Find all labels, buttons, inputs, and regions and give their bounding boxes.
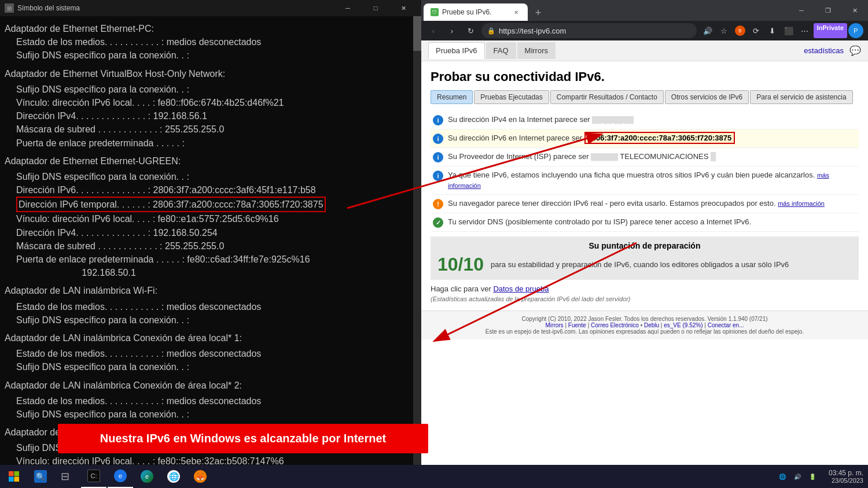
- browser-chrome: 🛡 Pruebe su IPv6. ✕ + ─ ❐ ✕ ‹ › ↻ 🔒 http…: [421, 0, 868, 40]
- browser-close-button[interactable]: ✕: [841, 0, 868, 21]
- downloads-button[interactable]: ⬇: [765, 23, 780, 38]
- subtab-servicios[interactable]: Otros servicios de IPv6: [665, 90, 749, 104]
- browser-minimize-button[interactable]: ─: [788, 0, 815, 21]
- footer-email[interactable]: Correo Electrónico: [591, 322, 639, 328]
- taskbar-cmd-item[interactable]: C:: [81, 465, 106, 488]
- footer-copyright: Copyright (C) 2010, 2022 Jason Fesler. T…: [431, 316, 859, 322]
- subtab-pruebas[interactable]: Pruebas Ejecutadas: [474, 90, 549, 104]
- estadisticas-link[interactable]: estadísticas: [804, 46, 844, 55]
- cmd-close-button[interactable]: ✕: [390, 0, 417, 16]
- sync-button[interactable]: ⟳: [749, 23, 764, 38]
- info-icon-sites: i: [433, 171, 443, 181]
- clock-date: 23/05/2023: [829, 477, 863, 484]
- refresh-button[interactable]: ↻: [463, 23, 478, 38]
- forward-button[interactable]: ›: [444, 23, 459, 38]
- taskbar-browser-item[interactable]: e: [108, 465, 133, 488]
- favorites-button[interactable]: ☆: [716, 23, 731, 38]
- datos-prueba-link[interactable]: Datos de prueba: [493, 284, 549, 293]
- info-text-sites: Ya que tiene IPv6, estamos incluyendo un…: [448, 170, 856, 191]
- taskbar-taskview[interactable]: ⊟: [54, 465, 80, 488]
- site-footer: Copyright (C) 2010, 2022 Jason Fesler. T…: [421, 310, 868, 339]
- taskbar-tray: 🌐 🔊 🔋: [775, 471, 824, 482]
- svg-rect-4: [14, 471, 20, 476]
- info-items: i Su dirección IPv4 en la Internet parec…: [431, 111, 859, 232]
- taskbar-clock[interactable]: 03:45 p. m. 23/05/2023: [824, 467, 868, 486]
- lock-icon: 🔒: [487, 27, 495, 35]
- taskbar-search[interactable]: 🔍: [28, 465, 53, 488]
- taskbar-firefox[interactable]: 🦊: [187, 465, 213, 488]
- ipv4-value: ██ ██ ██ ██: [592, 116, 634, 123]
- info-icon-isp: i: [433, 152, 443, 162]
- score-section: Su puntación de preparación 10/10 para s…: [431, 236, 859, 280]
- inprivate-badge: InPrivate: [814, 23, 847, 38]
- footer-links: Mirrors | Fuente | Correo Electrónico • …: [431, 322, 859, 328]
- website-content: Prueba IPv6 FAQ Mirrors estadísticas 💬 P…: [421, 40, 868, 465]
- footer-deblu[interactable]: Deblu: [644, 322, 659, 328]
- score-number: 10/10: [437, 254, 484, 275]
- address-bar[interactable]: 🔒 https://test-ipv6.com: [481, 23, 697, 38]
- subtab-asistencia[interactable]: Para el servicio de asistencia: [750, 90, 852, 104]
- footer-note: Este es un espejo de test-ipv6.com. Las …: [431, 328, 859, 335]
- back-button[interactable]: ‹: [426, 23, 441, 38]
- info-item-ipv4: i Su dirección IPv4 en la Internet parec…: [431, 111, 859, 130]
- tray-battery[interactable]: 🔋: [806, 471, 819, 482]
- footer-fuente[interactable]: Fuente: [568, 322, 586, 328]
- score-desc: para su estabilidad y preparación de IPv…: [491, 260, 852, 269]
- info-icon-ipv6: i: [433, 134, 443, 144]
- extensions-button[interactable]: ⬛: [781, 23, 796, 38]
- taskbar-chrome[interactable]: 🌐: [161, 465, 186, 488]
- isp-extra: █: [711, 152, 716, 161]
- site-subtabs: Resumen Pruebas Ejecutadas Compartir Res…: [431, 90, 859, 104]
- tab-favicon: 🛡: [431, 8, 439, 16]
- site-tab-faq[interactable]: FAQ: [486, 42, 516, 59]
- new-tab-button[interactable]: +: [530, 5, 546, 21]
- cmd-window: ⊞ Símbolo del sistema ─ □ ✕ Adaptador de…: [0, 0, 421, 465]
- ipv6-value: 2806:3f7:a200:cccc:78a7:3065:f720:3875: [584, 132, 735, 144]
- browser-window-controls: ─ ❐ ✕: [788, 0, 868, 21]
- profile-avatar[interactable]: P: [848, 23, 863, 38]
- browser-addressbar: ‹ › ↻ 🔒 https://test-ipv6.com 🔊 ☆ 9 ⟳ ⬇ …: [421, 21, 868, 40]
- cmd-scrollbar[interactable]: [413, 16, 421, 488]
- taskbar-edge[interactable]: e: [134, 465, 160, 488]
- tray-volume[interactable]: 🔊: [790, 471, 804, 482]
- cmd-content: Adaptador de Ethernet Ethernet-PC:Estado…: [0, 16, 413, 485]
- cmd-title: Símbolo del sistema: [17, 4, 331, 12]
- cmd-maximize-button[interactable]: □: [362, 0, 389, 16]
- tab-close-button[interactable]: ✕: [512, 8, 521, 17]
- footer-conectar[interactable]: Conectar en...: [708, 322, 744, 328]
- info-item-warning: ! Su navegador parece tener dirección IP…: [431, 195, 859, 213]
- info-item-isp: i Su Proveedor de Internet (ISP) parece …: [431, 148, 859, 167]
- subtab-compartir[interactable]: Compartir Resultados / Contacto: [550, 90, 664, 104]
- address-bar-actions: 🔊 ☆ 9 ⟳ ⬇ ⬛ ⋯ InPrivate P: [700, 23, 863, 38]
- site-tab-prueba[interactable]: Prueba IPv6: [428, 42, 485, 59]
- cmd-minimize-button[interactable]: ─: [334, 0, 361, 16]
- score-footer: Haga clic para ver Datos de prueba: [431, 284, 859, 293]
- browser-restore-button[interactable]: ❐: [815, 0, 841, 21]
- info-item-ipv6-sites: i Ya que tiene IPv6, estamos incluyendo …: [431, 167, 859, 195]
- site-navigation: Prueba IPv6 FAQ Mirrors estadísticas 💬: [421, 40, 868, 61]
- subtab-resumen[interactable]: Resumen: [431, 90, 473, 104]
- start-button[interactable]: [0, 465, 28, 488]
- site-body: Probar su conectividad IPv6. Resumen Pru…: [421, 61, 868, 310]
- mas-info-link-2[interactable]: más información: [778, 200, 825, 207]
- browser-tabs: 🛡 Pruebe su IPv6. ✕ + ─ ❐ ✕: [421, 0, 868, 21]
- settings-button[interactable]: ⋯: [797, 23, 812, 38]
- tray-network[interactable]: 🌐: [775, 471, 789, 482]
- info-text-isp: Su Proveedor de Internet (ISP) parece se…: [448, 151, 856, 162]
- cmd-icon: ⊞: [5, 3, 14, 13]
- info-text-ipv6: Su dirección IPv6 en Internet parece ser…: [448, 133, 856, 143]
- info-icon-dns: ✓: [433, 217, 443, 228]
- info-icon-warning: !: [433, 199, 443, 209]
- isp-value: ██████: [591, 153, 618, 160]
- footer-mirrors[interactable]: Mirrors: [546, 322, 564, 328]
- stats-note: (Estadísticas actualizadas de la prepara…: [431, 295, 859, 302]
- taskbar-items: 🔍 ⊟ C: e e 🌐 🦊: [28, 465, 213, 488]
- footer-lang[interactable]: es_VE (9.52%): [664, 322, 703, 328]
- info-text-dns: Tu servidor DNS (posiblemente controlado…: [448, 217, 856, 227]
- score-body: 10/10 para su estabilidad y preparación …: [437, 254, 852, 275]
- cmd-scrollbar-thumb[interactable]: [413, 16, 421, 51]
- profile-button[interactable]: 9: [733, 23, 748, 38]
- browser-tab-active[interactable]: 🛡 Pruebe su IPv6. ✕: [424, 3, 528, 21]
- site-tab-mirrors[interactable]: Mirrors: [517, 42, 556, 59]
- read-aloud-button[interactable]: 🔊: [700, 23, 715, 38]
